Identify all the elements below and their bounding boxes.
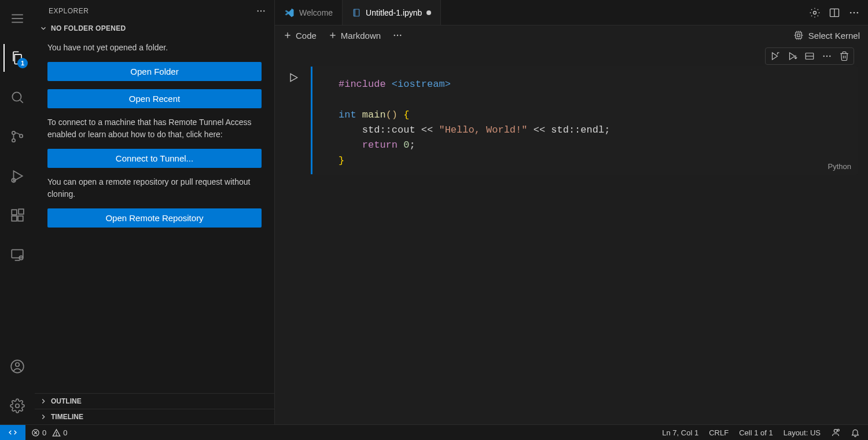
- run-cell-icon[interactable]: [768, 49, 782, 63]
- svg-point-65: [837, 429, 839, 431]
- outline-section[interactable]: OUTLINE: [35, 393, 274, 409]
- svg-point-55: [823, 56, 825, 57]
- run-debug-icon[interactable]: [3, 162, 31, 190]
- section-title: NO FOLDER OPENED: [51, 24, 126, 32]
- editor-settings-icon[interactable]: [809, 7, 821, 19]
- svg-rect-39: [797, 34, 800, 37]
- svg-point-36: [397, 35, 398, 36]
- svg-marker-48: [773, 53, 778, 60]
- timeline-title: TIMELINE: [51, 413, 83, 421]
- status-ln-col[interactable]: Ln 7, Col 1: [662, 428, 698, 437]
- svg-rect-11: [12, 216, 17, 221]
- svg-point-18: [16, 363, 20, 367]
- select-kernel-label: Select Kernel: [808, 31, 860, 41]
- connect-tunnel-button[interactable]: Connect to Tunnel...: [47, 149, 262, 168]
- add-markdown-label: Markdown: [341, 31, 381, 41]
- add-markdown-button[interactable]: Markdown: [328, 31, 381, 41]
- settings-gear-icon[interactable]: [3, 392, 31, 420]
- svg-point-37: [400, 35, 401, 36]
- activity-bar: 1: [0, 0, 35, 424]
- code-cell[interactable]: #include <iostream> int main() { std::co…: [310, 66, 858, 175]
- explorer-sidebar: EXPLORER NO FOLDER OPENED You have not y…: [35, 0, 275, 424]
- svg-rect-10: [12, 210, 17, 215]
- remote-status-icon[interactable]: [0, 425, 25, 440]
- sidebar-title: EXPLORER: [49, 7, 89, 15]
- svg-point-6: [12, 139, 15, 142]
- status-eol[interactable]: CRLF: [709, 428, 729, 437]
- delete-cell-icon[interactable]: [837, 49, 851, 63]
- code-content[interactable]: #include <iostream> int main() { std::co…: [311, 67, 857, 174]
- timeline-section[interactable]: TIMELINE: [35, 409, 274, 424]
- vscode-icon: [284, 8, 295, 18]
- extensions-icon[interactable]: [3, 201, 31, 229]
- explorer-icon[interactable]: 1: [3, 44, 31, 72]
- cell-language-label[interactable]: Python: [828, 162, 851, 171]
- remote-explorer-icon[interactable]: [3, 241, 31, 269]
- svg-point-22: [263, 10, 264, 12]
- search-icon[interactable]: [3, 83, 31, 111]
- svg-point-3: [12, 92, 21, 101]
- svg-point-63: [56, 434, 57, 435]
- editor-more-icon[interactable]: [848, 7, 860, 19]
- warnings-count: 0: [63, 428, 67, 437]
- explorer-badge: 1: [17, 58, 28, 68]
- source-control-icon[interactable]: [3, 123, 31, 151]
- svg-point-64: [834, 430, 837, 432]
- outline-title: OUTLINE: [51, 397, 82, 405]
- svg-point-21: [260, 10, 262, 12]
- svg-line-4: [20, 100, 23, 103]
- svg-point-35: [394, 35, 395, 36]
- editor-area: Welcome Untitled-1.ipynb: [275, 0, 868, 424]
- svg-point-57: [829, 56, 830, 57]
- svg-marker-51: [790, 53, 795, 60]
- svg-point-19: [16, 404, 20, 408]
- notebook-toolbar: Code Markdown Select Kernel: [275, 25, 868, 45]
- svg-point-28: [850, 12, 852, 13]
- notebook-file-icon: [352, 8, 361, 17]
- svg-point-29: [854, 12, 855, 13]
- tab-notebook-label: Untitled-1.ipynb: [366, 8, 422, 17]
- run-cell-gutter-icon[interactable]: [288, 66, 304, 83]
- no-folder-text: You have not yet opened a folder.: [47, 42, 262, 54]
- svg-point-20: [258, 10, 259, 12]
- status-bar: 0 0 Ln 7, Col 1 CRLF Cell 1 of 1 Layout:…: [0, 424, 868, 440]
- cell-toolbar: [275, 45, 868, 65]
- cell-more-icon[interactable]: [820, 49, 834, 63]
- svg-rect-13: [19, 209, 24, 214]
- svg-point-25: [814, 11, 816, 14]
- open-folder-button[interactable]: Open Folder: [47, 62, 262, 81]
- open-remote-repo-button[interactable]: Open Remote Repository: [47, 208, 262, 228]
- menu-icon[interactable]: [3, 5, 31, 32]
- accounts-icon[interactable]: [3, 353, 31, 380]
- notebook-more-icon[interactable]: [392, 30, 403, 41]
- add-code-label: Code: [296, 31, 317, 41]
- split-editor-icon[interactable]: [829, 7, 840, 19]
- svg-point-5: [12, 131, 15, 134]
- add-code-button[interactable]: Code: [283, 31, 317, 41]
- svg-rect-12: [18, 216, 23, 221]
- notebook-body: #include <iostream> int main() { std::co…: [275, 65, 868, 424]
- tabbar: Welcome Untitled-1.ipynb: [275, 0, 868, 25]
- svg-marker-58: [290, 74, 297, 81]
- select-kernel-button[interactable]: Select Kernel: [793, 30, 860, 41]
- svg-rect-14: [12, 250, 23, 258]
- svg-point-7: [20, 134, 23, 137]
- status-warnings[interactable]: 0: [52, 428, 67, 437]
- tab-welcome[interactable]: Welcome: [275, 0, 343, 25]
- run-below-icon[interactable]: [785, 49, 799, 63]
- open-recent-button[interactable]: Open Recent: [47, 89, 262, 108]
- svg-point-56: [826, 56, 827, 57]
- status-bell-icon[interactable]: [851, 428, 860, 437]
- split-cell-icon[interactable]: [803, 49, 816, 63]
- status-cell[interactable]: Cell 1 of 1: [739, 428, 773, 437]
- no-folder-section-header[interactable]: NO FOLDER OPENED: [35, 22, 274, 35]
- sidebar-more-icon[interactable]: [256, 6, 266, 16]
- svg-point-30: [857, 12, 859, 13]
- unsaved-dot-icon: [426, 10, 431, 15]
- tunnel-text: To connect to a machine that has Remote …: [47, 116, 262, 141]
- tab-notebook[interactable]: Untitled-1.ipynb: [343, 0, 441, 25]
- remote-repo-text: You can open a remote repository or pull…: [47, 176, 262, 200]
- status-errors[interactable]: 0: [31, 428, 46, 437]
- status-layout[interactable]: Layout: US: [784, 428, 821, 437]
- status-feedback-icon[interactable]: [831, 428, 840, 437]
